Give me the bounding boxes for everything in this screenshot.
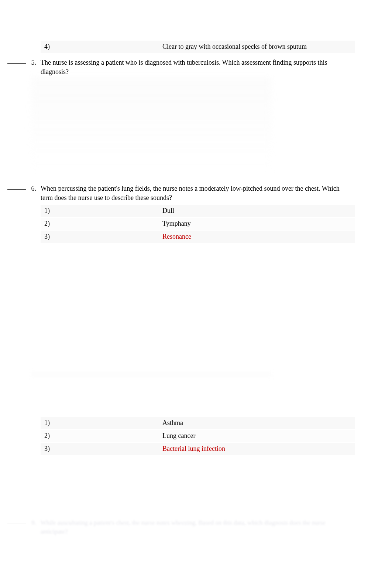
option-number: 2) bbox=[41, 431, 162, 440]
option-number: 4) bbox=[41, 42, 162, 51]
option-row: 4) Clear to gray with occasional specks … bbox=[41, 41, 355, 53]
option-number: 1) bbox=[41, 206, 162, 215]
option-row: 3) Resonance bbox=[41, 231, 355, 243]
option-number: 3) bbox=[41, 444, 162, 453]
option-row: 1) Dull bbox=[41, 205, 355, 217]
option-text: Lung cancer bbox=[162, 431, 355, 440]
option-text-correct: Bacterial lung infection bbox=[162, 444, 355, 453]
option-row: 2) Lung cancer bbox=[41, 430, 355, 442]
question-options-block: 1) Asthma 2) Lung cancer 3) Bacterial lu… bbox=[41, 417, 355, 455]
option-number: 2) bbox=[41, 219, 162, 228]
question-6: 6. When percussing the patient's lung fi… bbox=[7, 184, 355, 243]
question-number: 6. bbox=[30, 184, 41, 193]
blur-overlay bbox=[31, 372, 271, 377]
option-row: 1) Asthma bbox=[41, 417, 355, 429]
option-text: Tymphany bbox=[162, 219, 355, 228]
question-6-options: 1) Dull 2) Tymphany 3) Resonance bbox=[41, 205, 355, 243]
question-text: The nurse is assessing a patient who is … bbox=[41, 58, 355, 76]
question-text: When percussing the patient's lung field… bbox=[41, 184, 355, 203]
option-number: 3) bbox=[41, 232, 162, 241]
answer-blank[interactable] bbox=[7, 63, 26, 64]
option-text: Dull bbox=[162, 206, 355, 215]
question-text: While auscultating a patient's chest, th… bbox=[41, 518, 355, 536]
question-9: 9. While auscultating a patient's chest,… bbox=[7, 518, 355, 536]
option-text: Clear to gray with occasional specks of … bbox=[162, 42, 355, 51]
option-number: 1) bbox=[41, 418, 162, 428]
answer-blank[interactable] bbox=[7, 524, 26, 524]
option-text-correct: Resonance bbox=[162, 232, 355, 241]
previous-question-option: 4) Clear to gray with occasional specks … bbox=[41, 41, 355, 53]
question-number: 9. bbox=[30, 518, 41, 527]
answer-blank[interactable] bbox=[7, 189, 26, 190]
question-number: 5. bbox=[30, 58, 41, 67]
option-text: Asthma bbox=[162, 418, 355, 428]
blur-overlay bbox=[0, 545, 392, 575]
option-row: 2) Tymphany bbox=[41, 218, 355, 230]
question-5: 5. The nurse is assessing a patient who … bbox=[7, 58, 355, 173]
option-row: 3) Bacterial lung infection bbox=[41, 443, 355, 455]
